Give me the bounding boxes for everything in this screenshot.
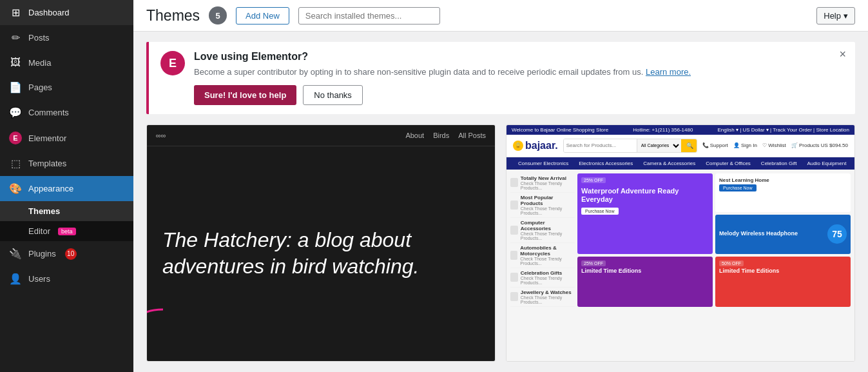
banner-actions: Sure! I'd love to help No thanks xyxy=(194,85,844,105)
sidebar-item-label: Templates xyxy=(28,159,66,168)
melody-number: 75 xyxy=(827,224,847,244)
ecom-header-icons: 📞 Support 👤 Sign In ♡ Wishlist 🛒 Product… xyxy=(702,142,848,148)
sidebar-item-media[interactable]: 🖼 Media xyxy=(0,50,133,75)
sidebar-item-label: Pages xyxy=(28,83,52,92)
nav-celebration: Celebration Gift xyxy=(756,157,802,170)
add-new-button[interactable]: Add New xyxy=(236,7,289,24)
appearance-icon: 🎨 xyxy=(9,182,22,195)
sidebar-celebration-gifts: Celebration Gifts Check Those Trendy Pro… xyxy=(510,268,575,288)
banner-content: Love using Elementor? Become a super con… xyxy=(194,51,844,105)
product-card-melody: Melody Wireless Headphone 75 xyxy=(715,215,851,254)
themes-grid: ∞∞ About Birds All Posts The Hatchery: a… xyxy=(133,114,868,373)
nav-electronics: Electronics Accessories xyxy=(574,157,638,170)
product-card-limited1: 25% OFF Limited Time Editions xyxy=(577,257,713,307)
ecom-search-input[interactable] xyxy=(564,139,637,152)
plugins-badge: 10 xyxy=(65,248,77,260)
sidebar-item-label: Appearance xyxy=(28,184,73,193)
arrow-indicator-svg xyxy=(146,303,166,342)
media-icon: 🖼 xyxy=(9,57,22,68)
elementor-logo-icon: E xyxy=(160,51,185,75)
ecom-product-grid: 25% OFF Waterproof Adventure Ready Every… xyxy=(577,173,851,307)
templates-icon: ⬚ xyxy=(9,157,22,170)
theme-card-hatchery[interactable]: ∞∞ About Birds All Posts The Hatchery: a… xyxy=(146,124,496,362)
sidebar-item-plugins[interactable]: 🔌 Plugins 10 xyxy=(0,241,133,266)
submenu-item-editor[interactable]: Editor beta xyxy=(0,221,133,241)
close-banner-button[interactable]: × xyxy=(839,48,846,60)
ecom-topbar: Welcome to Bajaar Online Shopping Store … xyxy=(506,125,854,135)
ecom-logo-icon: 🔒 xyxy=(513,141,523,151)
sidebar-item-label: Media xyxy=(28,58,51,68)
support-icon: 📞 Support xyxy=(702,142,728,148)
ecom-search: All Categories 🔍 xyxy=(563,139,697,153)
dashboard-icon: ⊞ xyxy=(9,6,22,19)
header-left: Themes 5 Add New xyxy=(146,6,440,24)
product-card-waterproof: 25% OFF Waterproof Adventure Ready Every… xyxy=(577,173,713,254)
no-thanks-button[interactable]: No thanks xyxy=(303,85,363,105)
ecom-search-button[interactable]: 🔍 xyxy=(681,139,697,152)
sidebar-item-comments[interactable]: 💬 Comments xyxy=(0,100,133,125)
learn-more-link[interactable]: Learn more. xyxy=(646,67,691,77)
ecom-header: 🔒 bajaar. All Categories 🔍 📞 Support 👤 S… xyxy=(506,135,854,157)
sidebar-computer: Computer Accessories Check Those Trendy … xyxy=(510,218,575,243)
main-content: Themes 5 Add New Help ▾ E Love using Ele… xyxy=(133,0,868,372)
limited2-title: Limited Time Editions xyxy=(719,268,847,274)
nest-title: Nest Learning Home xyxy=(719,177,847,183)
sidebar-item-dashboard[interactable]: ⊞ Dashboard xyxy=(0,0,133,25)
nav-trendy: Trendy Accessories xyxy=(851,157,854,170)
sidebar-icon-4 xyxy=(510,251,517,260)
product-card-limited2: 50% OFF Limited Time Editions xyxy=(715,257,851,307)
theme-count-badge: 5 xyxy=(209,6,227,24)
sidebar-item-users[interactable]: 👤 Users xyxy=(0,266,133,291)
ecom-main-grid: Totally New Arrival Check Those Trendy P… xyxy=(506,170,854,311)
card1-badge: 25% OFF xyxy=(581,177,606,183)
sidebar-item-templates[interactable]: ⬚ Templates xyxy=(0,151,133,176)
banner-text: Become a super contributor by opting in … xyxy=(194,66,844,79)
nest-btn[interactable]: Purchase Now xyxy=(719,184,757,191)
sidebar-item-label: Dashboard xyxy=(28,8,70,17)
search-input[interactable] xyxy=(298,7,440,24)
appearance-submenu: Themes Editor beta xyxy=(0,201,133,241)
comments-icon: 💬 xyxy=(9,106,22,119)
help-button[interactable]: Help ▾ xyxy=(816,7,855,24)
plugins-icon: 🔌 xyxy=(9,248,22,260)
submenu-item-themes[interactable]: Themes xyxy=(0,201,133,221)
nav-audio: Audio Equipment xyxy=(802,157,851,170)
nav-consumer: Consumer Electronics xyxy=(513,157,574,170)
sidebar-jewellery: Jewellery & Watches Check Those Trendy P… xyxy=(510,288,575,307)
posts-icon: ✏ xyxy=(9,32,22,44)
wishlist-icon: ♡ Wishlist xyxy=(762,142,786,148)
sidebar-icon-5 xyxy=(510,273,518,282)
ecom-logo: 🔒 bajaar. xyxy=(513,140,558,152)
sidebar-item-elementor[interactable]: E Elementor xyxy=(0,125,133,151)
sidebar-icon xyxy=(510,178,518,187)
product-cards-right: Nest Learning Home Purchase Now Melody W… xyxy=(715,173,851,254)
sidebar-item-appearance[interactable]: 🎨 Appearance xyxy=(0,176,133,201)
sidebar-item-label: Plugins xyxy=(28,249,56,259)
card1-title: Waterproof Adventure Ready Everyday xyxy=(581,187,709,204)
elementor-icon: E xyxy=(9,132,22,144)
beta-badge: beta xyxy=(58,228,76,235)
cart-icon: 🛒 Products US $094.50 xyxy=(791,142,848,148)
sidebar-item-pages[interactable]: 📄 Pages xyxy=(0,75,133,100)
ecom-category-select[interactable]: All Categories xyxy=(637,139,681,152)
sidebar-auto: Automobiles & Motorcycles Check Those Tr… xyxy=(510,243,575,268)
ecom-left-sidebar: Totally New Arrival Check Those Trendy P… xyxy=(510,173,575,307)
sidebar-item-posts[interactable]: ✏ Posts xyxy=(0,25,133,50)
card1-purchase-btn[interactable]: Purchase Now xyxy=(581,208,619,215)
pages-icon: 📄 xyxy=(9,81,22,93)
banner-title: Love using Elementor? xyxy=(194,51,844,63)
nav-camera: Camera & Accessories xyxy=(638,157,700,170)
help-yes-button[interactable]: Sure! I'd love to help xyxy=(194,85,296,105)
limited1-title: Limited Time Editions xyxy=(581,268,709,274)
help-chevron-icon: ▾ xyxy=(844,11,848,21)
sidebar: ⊞ Dashboard ✏ Posts 🖼 Media 📄 Pages 💬 Co… xyxy=(0,0,133,372)
theme-card-bajaar[interactable]: Welcome to Bajaar Online Shopping Store … xyxy=(506,124,855,362)
theme-dark-body: The Hatchery: a blog about adventures in… xyxy=(147,146,495,362)
melody-title: Melody Wireless Headphone xyxy=(719,230,798,237)
sidebar-item-label: Users xyxy=(28,274,50,284)
product-card-nest: Nest Learning Home Purchase Now xyxy=(715,173,851,213)
sidebar-item-label: Comments xyxy=(28,108,69,117)
sidebar-popular: Most Popular Products Check Those Trendy… xyxy=(510,193,575,218)
signin-icon: 👤 Sign In xyxy=(733,142,757,148)
sidebar-icon-6 xyxy=(510,292,518,301)
